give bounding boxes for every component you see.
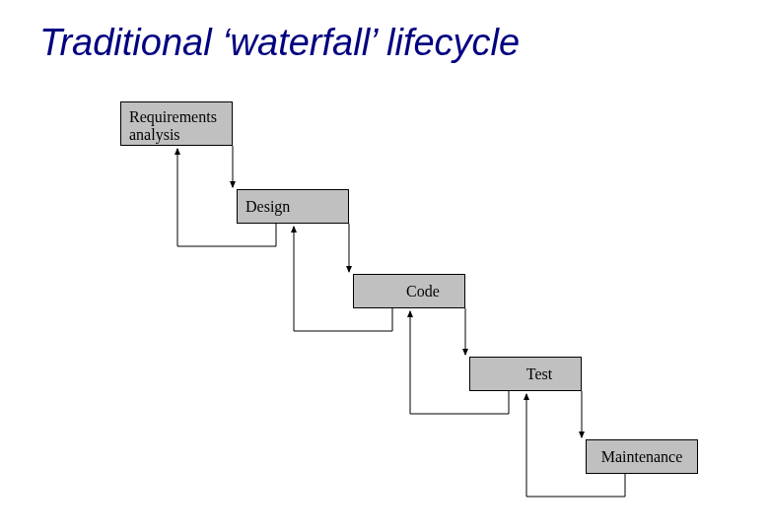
stage-design: Design <box>237 189 349 224</box>
stage-test: Test <box>469 357 582 391</box>
diagram-title: Traditional ‘waterfall’ lifecycle <box>39 22 520 64</box>
stage-code: Code <box>353 274 465 308</box>
stage-requirements: Requirements analysis <box>120 101 233 146</box>
stage-maintenance: Maintenance <box>586 439 698 474</box>
